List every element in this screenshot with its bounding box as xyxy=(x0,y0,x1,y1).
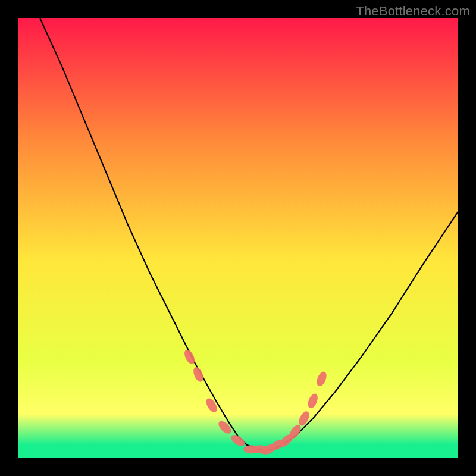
chart-frame xyxy=(18,18,458,458)
chart-svg xyxy=(18,18,458,458)
watermark-text: TheBottleneck.com xyxy=(356,4,470,19)
gradient-background xyxy=(18,18,458,458)
